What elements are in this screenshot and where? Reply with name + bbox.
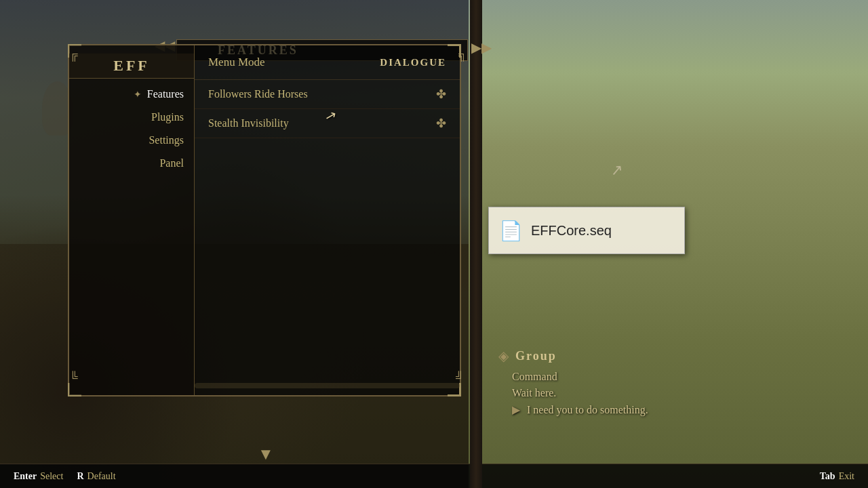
arrow-do-something-icon: ▶ [512, 404, 520, 415]
control-hint-default: R Default [77, 471, 115, 482]
group-option-do-something[interactable]: ▶ I need you to do something. [512, 403, 783, 416]
enter-key-label: Enter [14, 471, 37, 482]
world-cursor: ↗ [610, 161, 623, 179]
group-diamond-icon: ◈ [498, 348, 509, 364]
followers-ride-horses-icon: ✤ [436, 87, 446, 102]
menu-mode-label: Menu Mode [208, 56, 265, 69]
default-action-label: Default [87, 471, 116, 482]
outer-corner-bl-icon: ╚ [70, 371, 77, 384]
eff-label: EFF [69, 54, 194, 79]
menu-mode-row: Menu Mode DIALOGUE [195, 45, 460, 80]
exit-action-label: Exit [839, 471, 854, 482]
sidebar-item-plugins[interactable]: Plugins [69, 106, 194, 129]
sidebar-item-plugins-label: Plugins [151, 111, 184, 123]
r-key-label: R [77, 471, 83, 482]
control-hint-exit: Tab Exit [820, 471, 854, 482]
feature-name-followers-ride-horses: Followers Ride Horses [208, 88, 308, 100]
select-action-label: Select [40, 471, 63, 482]
features-star-icon: ✦ [134, 89, 142, 100]
group-header: ◈ Group [498, 348, 783, 364]
group-options: Command Wait here. ▶ I need you to do so… [498, 371, 783, 416]
sidebar: EFF ✦ Features Plugins Settings Panel [69, 45, 195, 395]
dialogue-label: DIALOGUE [380, 57, 446, 68]
sidebar-item-settings[interactable]: Settings [69, 129, 194, 152]
stealth-invisibility-icon: ✤ [436, 116, 446, 131]
vertical-divider [470, 0, 482, 488]
group-label: Group [515, 349, 557, 363]
feature-name-stealth-invisibility: Stealth Invisibility [208, 117, 289, 129]
group-option-command[interactable]: Command [512, 371, 783, 383]
outer-corner-br-icon: ╝ [456, 371, 463, 384]
panel-scrollbar[interactable] [195, 383, 460, 388]
tab-key-label: Tab [820, 471, 835, 482]
do-something-label: I need you to do something. [527, 404, 648, 415]
sidebar-item-panel[interactable]: Panel [69, 152, 194, 175]
sidebar-item-panel-label: Panel [159, 157, 184, 169]
sidebar-item-features[interactable]: ✦ Features [69, 83, 194, 106]
group-option-wait-here[interactable]: Wait here. [512, 387, 783, 399]
sidebar-item-settings-label: Settings [149, 134, 184, 146]
outer-corner-tl-icon: ╔ [70, 49, 77, 61]
eff-panel: EFF ✦ Features Plugins Settings Panel Me… [68, 44, 461, 396]
feature-row-followers-ride-horses[interactable]: Followers Ride Horses ✤ [195, 80, 460, 109]
main-content: Menu Mode DIALOGUE Followers Ride Horses… [195, 45, 460, 395]
effcore-filename: EFFCore.seq [531, 223, 612, 239]
effcore-tooltip: 📄 EFFCore.seq [488, 207, 685, 254]
left-controls: Enter Select R Default [14, 471, 116, 482]
sidebar-item-features-label: Features [147, 88, 184, 100]
bottom-arrow-icon: ▼ [258, 445, 274, 464]
diamond-top-right-icon: ▶▶ [471, 39, 492, 56]
sidebar-menu: ✦ Features Plugins Settings Panel [69, 83, 194, 175]
outer-corner-tr-icon: ╗ [458, 49, 466, 61]
control-hint-select: Enter Select [14, 471, 63, 482]
bottom-controls-bar: Enter Select R Default Tab Exit [0, 464, 868, 488]
group-panel: ◈ Group Command Wait here. ▶ I need you … [498, 348, 783, 420]
effcore-file-icon: 📄 [499, 220, 523, 242]
